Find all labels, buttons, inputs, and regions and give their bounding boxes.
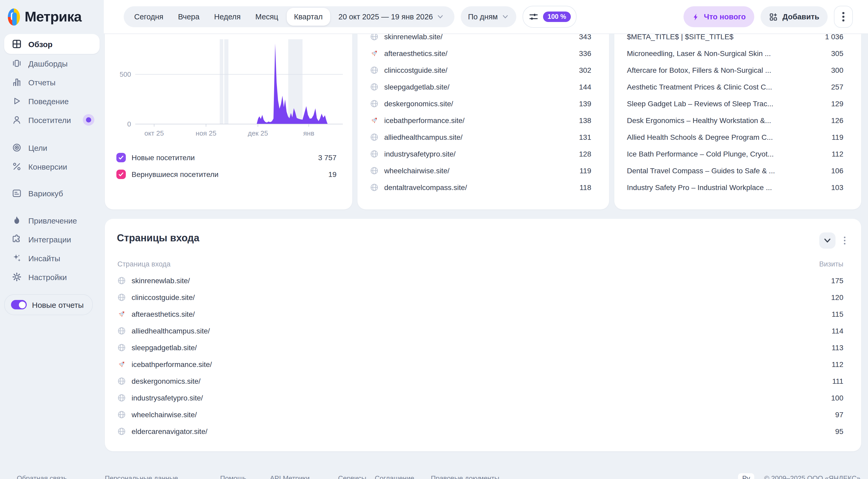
language-switcher[interactable]: Ру	[738, 473, 754, 479]
footer-link[interactable]: Помощь	[220, 474, 246, 479]
site-label[interactable]: wheelchairwise.site/	[384, 167, 573, 175]
sidebar-item-settings[interactable]: Настройки	[4, 268, 100, 286]
entry-page-row[interactable]: skinrenewlab.site/175	[105, 272, 861, 289]
entry-page-row[interactable]: industrysafetypro.site/100	[105, 389, 861, 406]
site-label[interactable]: deskergonomics.site/	[384, 99, 572, 108]
granularity-select[interactable]: По дням	[461, 6, 516, 27]
sidebar-item-integrations[interactable]: Интеграции	[4, 230, 100, 249]
footer-link[interactable]: API Метрики	[270, 474, 310, 479]
sidebar-item-visitors[interactable]: Посетители	[4, 110, 100, 129]
sidebar-item-attraction[interactable]: Привлечение	[4, 211, 100, 230]
site-label[interactable]: sleepgadgetlab.site/	[384, 83, 572, 91]
site-row[interactable]: deskergonomics.site/139	[358, 95, 609, 112]
page-title-label[interactable]: Ice Bath Performance – Cold Plunge, Cryo…	[627, 150, 825, 158]
site-row[interactable]: wheelchairwise.site/119	[358, 162, 609, 179]
entry-page-row[interactable]: deskergonomics.site/111	[105, 373, 861, 389]
collapse-card-button[interactable]	[819, 233, 836, 249]
date-range-select[interactable]: 20 окт 2025 — 19 янв 2026	[331, 12, 451, 21]
entry-page-row[interactable]: alliedhealthcampus.site/114	[105, 322, 861, 339]
page-title-row[interactable]: Allied Health Schools & Degree Program C…	[614, 129, 861, 145]
page-title-label[interactable]: Dental Travel Compass – Guides to Safe &…	[627, 167, 825, 175]
page-title-label[interactable]: Aftercare for Botox, Fillers & Non-Surgi…	[627, 66, 825, 74]
page-title-label[interactable]: $META_TITLE$ | $SITE_TITLE$	[627, 34, 819, 41]
site-label[interactable]: icebathperformance.site/	[384, 116, 572, 125]
entry-page-row[interactable]: icebathperformance.site/112	[105, 356, 861, 373]
site-label[interactable]: industrysafetypro.site/	[384, 150, 572, 158]
entry-page-label[interactable]: industrysafetypro.site/	[131, 394, 825, 402]
entry-page-label[interactable]: icebathperformance.site/	[131, 360, 825, 369]
entry-page-label[interactable]: cliniccostguide.site/	[131, 293, 825, 302]
sidebar-item-grid[interactable]: Обзор	[4, 34, 100, 54]
page-title-row[interactable]: Dental Travel Compass – Guides to Safe &…	[614, 162, 861, 179]
entry-page-row[interactable]: sleepgadgetlab.site/113	[105, 339, 861, 356]
footer-link[interactable]: Сервисы	[338, 474, 366, 479]
page-title-row[interactable]: Industry Safety Pro – Industrial Workpla…	[614, 179, 861, 196]
add-button[interactable]: Добавить	[761, 6, 828, 27]
site-row[interactable]: cliniccostguide.site/302	[358, 62, 609, 78]
entry-page-row[interactable]: wheelchairwise.site/97	[105, 406, 861, 423]
sidebar-item-behavior[interactable]: Поведение	[4, 92, 100, 110]
page-title-row[interactable]: $META_TITLE$ | $SITE_TITLE$1 036	[614, 34, 861, 45]
entry-page-label[interactable]: alliedhealthcampus.site/	[131, 327, 825, 335]
footer-link[interactable]: Обратная связь	[17, 474, 67, 479]
period-tab-2[interactable]: Вчера	[170, 6, 207, 27]
page-title-label[interactable]: Aesthetic Treatment Prices & Clinic Cost…	[627, 83, 825, 91]
period-tab-1[interactable]: Сегодня	[127, 6, 170, 27]
entry-page-label[interactable]: sleepgadgetlab.site/	[131, 343, 825, 352]
logo[interactable]: Метрика	[0, 0, 104, 34]
sidebar-item-insights[interactable]: Инсайты	[4, 249, 100, 268]
whats-new-button[interactable]: Что нового	[683, 6, 754, 27]
sidebar-item-variocube[interactable]: Вариокуб	[4, 184, 100, 203]
sampling-button[interactable]: 100 %	[522, 6, 577, 28]
sidebar-item-conversions[interactable]: Конверсии	[4, 157, 100, 176]
page-title-row[interactable]: Desk Ergonomics – Healthy Workstation &.…	[614, 112, 861, 129]
legend-checkbox[interactable]	[116, 170, 126, 179]
legend-checkbox[interactable]	[116, 153, 126, 162]
period-tab-4[interactable]: Месяц	[248, 6, 285, 27]
entry-page-row[interactable]: cliniccostguide.site/120	[105, 289, 861, 306]
sidebar-item-reports[interactable]: Отчеты	[4, 73, 100, 92]
page-title-label[interactable]: Microneedling, Laser & Non-Surgical Skin…	[627, 49, 825, 58]
page-title-row[interactable]: Ice Bath Performance – Cold Plunge, Cryo…	[614, 145, 861, 162]
page-title-label[interactable]: Industry Safety Pro – Industrial Workpla…	[627, 183, 825, 192]
page-title-row[interactable]: Aftercare for Botox, Fillers & Non-Surgi…	[614, 62, 861, 78]
period-tab-5[interactable]: Квартал	[287, 8, 330, 26]
page-title-label[interactable]: Sleep Gadget Lab – Reviews of Sleep Trac…	[627, 99, 825, 108]
entry-page-row[interactable]: eldercarenavigator.site/95	[105, 423, 861, 440]
site-row[interactable]: afteraesthetics.site/336	[358, 45, 609, 62]
page-title-label[interactable]: Allied Health Schools & Degree Program C…	[627, 133, 825, 141]
footer-link[interactable]: Правовые документы	[431, 474, 499, 479]
site-label[interactable]: dentaltravelcompass.site/	[384, 183, 573, 192]
site-row[interactable]: industrysafetypro.site/128	[358, 145, 609, 162]
card-menu-button[interactable]	[843, 234, 846, 247]
site-row[interactable]: skinrenewlab.site/343	[358, 34, 609, 45]
site-label[interactable]: alliedhealthcampus.site/	[384, 133, 572, 141]
footer-link[interactable]: Соглашение	[375, 474, 414, 479]
entry-page-label[interactable]: wheelchairwise.site/	[131, 410, 829, 419]
footer-link[interactable]: Персональные данные	[105, 474, 178, 479]
page-title-row[interactable]: Sleep Gadget Lab – Reviews of Sleep Trac…	[614, 95, 861, 112]
page-title-row[interactable]: Microneedling, Laser & Non-Surgical Skin…	[614, 45, 861, 62]
site-row[interactable]: dentaltravelcompass.site/118	[358, 179, 609, 196]
new-reports-toggle[interactable]	[11, 300, 27, 309]
entry-page-label[interactable]: afteraesthetics.site/	[131, 310, 825, 318]
sidebar-item-dashboards[interactable]: Дашборды	[4, 54, 100, 73]
page-title-row[interactable]: Aesthetic Treatment Prices & Clinic Cost…	[614, 78, 861, 95]
site-label[interactable]: cliniccostguide.site/	[384, 66, 572, 74]
site-label[interactable]: skinrenewlab.site/	[384, 34, 572, 41]
site-row[interactable]: alliedhealthcampus.site/131	[358, 129, 609, 145]
new-reports-toggle-pill[interactable]: Новые отчеты	[4, 294, 93, 315]
entry-page-label[interactable]: skinrenewlab.site/	[131, 276, 825, 285]
entry-page-row[interactable]: afteraesthetics.site/115	[105, 306, 861, 322]
period-tab-3[interactable]: Неделя	[207, 6, 248, 27]
visitors-area-chart[interactable]: окт 25ноя 25дек 25янв5000	[105, 34, 352, 139]
site-label[interactable]: afteraesthetics.site/	[384, 49, 572, 58]
sidebar-item-goals[interactable]: Цели	[4, 138, 100, 157]
header-menu-button[interactable]	[834, 6, 853, 28]
site-row[interactable]: icebathperformance.site/138	[358, 112, 609, 129]
page-title-label[interactable]: Desk Ergonomics – Healthy Workstation &.…	[627, 116, 825, 125]
site-row[interactable]: sleepgadgetlab.site/144	[358, 78, 609, 95]
entry-page-label[interactable]: deskergonomics.site/	[131, 377, 826, 385]
site-value: 139	[579, 99, 591, 108]
entry-page-label[interactable]: eldercarenavigator.site/	[131, 427, 829, 436]
